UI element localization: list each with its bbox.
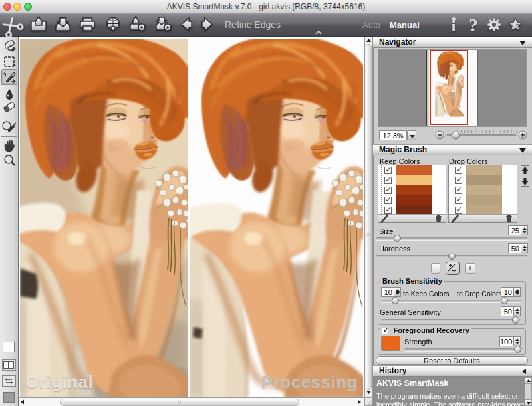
svg-text:?: ? — [469, 15, 478, 35]
svg-text:?: ? — [515, 23, 520, 31]
